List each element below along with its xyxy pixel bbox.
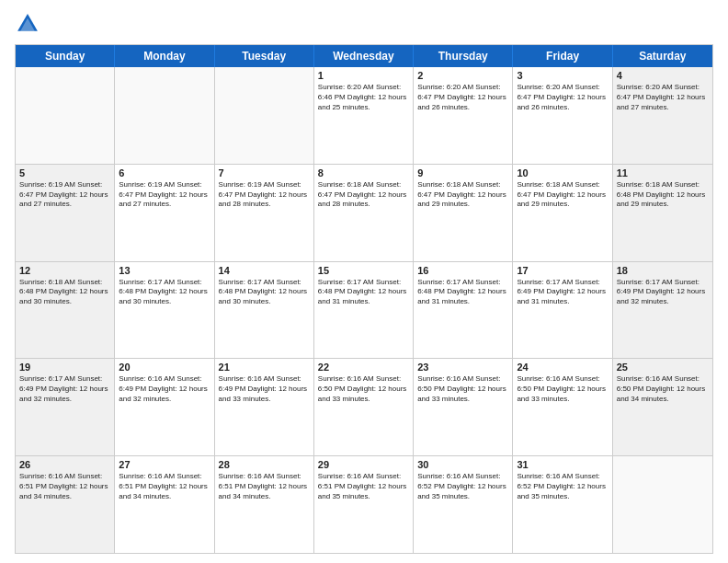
calendar-cell: 28Sunrise: 6:16 AM Sunset: 6:51 PM Dayli… <box>215 456 314 553</box>
day-info: Sunrise: 6:20 AM Sunset: 6:47 PM Dayligh… <box>417 83 508 112</box>
day-number: 4 <box>617 70 709 81</box>
calendar-week: 5Sunrise: 6:19 AM Sunset: 6:47 PM Daylig… <box>16 165 712 262</box>
day-number: 18 <box>617 265 709 276</box>
day-number: 31 <box>517 459 608 470</box>
calendar-cell <box>215 67 314 164</box>
day-info: Sunrise: 6:16 AM Sunset: 6:50 PM Dayligh… <box>318 374 409 404</box>
calendar-cell: 19Sunrise: 6:17 AM Sunset: 6:49 PM Dayli… <box>16 359 115 455</box>
day-info: Sunrise: 6:16 AM Sunset: 6:52 PM Dayligh… <box>417 472 508 501</box>
day-number: 1 <box>318 70 409 81</box>
day-number: 17 <box>517 265 608 276</box>
day-number: 13 <box>119 265 210 276</box>
calendar-cell <box>16 67 115 164</box>
day-info: Sunrise: 6:17 AM Sunset: 6:48 PM Dayligh… <box>219 278 310 307</box>
day-number: 27 <box>119 459 210 470</box>
logo <box>15 11 44 37</box>
calendar-header-cell: Monday <box>115 45 214 67</box>
day-number: 19 <box>19 362 110 373</box>
day-number: 8 <box>318 167 409 178</box>
day-info: Sunrise: 6:16 AM Sunset: 6:50 PM Dayligh… <box>517 374 608 404</box>
day-info: Sunrise: 6:20 AM Sunset: 6:47 PM Dayligh… <box>617 83 709 112</box>
day-number: 9 <box>417 167 508 178</box>
day-info: Sunrise: 6:18 AM Sunset: 6:47 PM Dayligh… <box>517 180 608 210</box>
calendar-cell: 1Sunrise: 6:20 AM Sunset: 6:46 PM Daylig… <box>314 67 414 164</box>
calendar-header-row: SundayMondayTuesdayWednesdayThursdayFrid… <box>16 45 712 67</box>
calendar-header-cell: Wednesday <box>314 45 414 67</box>
day-number: 29 <box>318 459 409 470</box>
calendar-cell: 16Sunrise: 6:17 AM Sunset: 6:48 PM Dayli… <box>414 262 513 359</box>
calendar-cell: 31Sunrise: 6:16 AM Sunset: 6:52 PM Dayli… <box>513 456 612 553</box>
calendar-cell: 3Sunrise: 6:20 AM Sunset: 6:47 PM Daylig… <box>513 67 612 164</box>
calendar-cell <box>115 67 214 164</box>
day-info: Sunrise: 6:18 AM Sunset: 6:48 PM Dayligh… <box>19 278 110 307</box>
day-info: Sunrise: 6:19 AM Sunset: 6:47 PM Dayligh… <box>119 180 210 210</box>
day-number: 10 <box>517 167 608 178</box>
day-number: 11 <box>617 167 709 178</box>
calendar-cell: 6Sunrise: 6:19 AM Sunset: 6:47 PM Daylig… <box>115 165 214 261</box>
day-number: 26 <box>19 459 110 470</box>
day-number: 5 <box>19 167 110 178</box>
day-info: Sunrise: 6:17 AM Sunset: 6:48 PM Dayligh… <box>417 278 508 307</box>
day-number: 23 <box>417 362 508 373</box>
calendar-week: 1Sunrise: 6:20 AM Sunset: 6:46 PM Daylig… <box>16 67 712 165</box>
day-info: Sunrise: 6:16 AM Sunset: 6:51 PM Dayligh… <box>318 472 409 501</box>
day-info: Sunrise: 6:17 AM Sunset: 6:48 PM Dayligh… <box>119 278 210 307</box>
calendar: SundayMondayTuesdayWednesdayThursdayFrid… <box>15 44 713 554</box>
calendar-header-cell: Thursday <box>414 45 513 67</box>
calendar-cell: 17Sunrise: 6:17 AM Sunset: 6:49 PM Dayli… <box>513 262 612 359</box>
day-info: Sunrise: 6:16 AM Sunset: 6:49 PM Dayligh… <box>119 374 210 404</box>
calendar-cell: 22Sunrise: 6:16 AM Sunset: 6:50 PM Dayli… <box>314 359 414 455</box>
day-info: Sunrise: 6:16 AM Sunset: 6:52 PM Dayligh… <box>517 472 608 501</box>
calendar-header-cell: Sunday <box>16 45 115 67</box>
day-info: Sunrise: 6:16 AM Sunset: 6:50 PM Dayligh… <box>417 374 508 404</box>
calendar-body: 1Sunrise: 6:20 AM Sunset: 6:46 PM Daylig… <box>16 67 712 553</box>
day-number: 16 <box>417 265 508 276</box>
calendar-cell: 9Sunrise: 6:18 AM Sunset: 6:47 PM Daylig… <box>414 165 513 261</box>
day-info: Sunrise: 6:18 AM Sunset: 6:47 PM Dayligh… <box>318 180 409 210</box>
day-info: Sunrise: 6:20 AM Sunset: 6:46 PM Dayligh… <box>318 83 409 112</box>
calendar-cell: 21Sunrise: 6:16 AM Sunset: 6:49 PM Dayli… <box>215 359 314 455</box>
day-number: 6 <box>119 167 210 178</box>
day-info: Sunrise: 6:17 AM Sunset: 6:49 PM Dayligh… <box>19 374 110 404</box>
day-info: Sunrise: 6:16 AM Sunset: 6:51 PM Dayligh… <box>19 472 110 501</box>
day-info: Sunrise: 6:18 AM Sunset: 6:47 PM Dayligh… <box>417 180 508 210</box>
calendar-cell: 7Sunrise: 6:19 AM Sunset: 6:47 PM Daylig… <box>215 165 314 261</box>
day-number: 30 <box>417 459 508 470</box>
calendar-cell <box>613 456 712 553</box>
calendar-cell: 2Sunrise: 6:20 AM Sunset: 6:47 PM Daylig… <box>414 67 513 164</box>
day-number: 3 <box>517 70 608 81</box>
calendar-cell: 10Sunrise: 6:18 AM Sunset: 6:47 PM Dayli… <box>513 165 612 261</box>
day-number: 28 <box>219 459 310 470</box>
day-number: 24 <box>517 362 608 373</box>
day-info: Sunrise: 6:19 AM Sunset: 6:47 PM Dayligh… <box>219 180 310 210</box>
calendar-cell: 20Sunrise: 6:16 AM Sunset: 6:49 PM Dayli… <box>115 359 214 455</box>
calendar-cell: 8Sunrise: 6:18 AM Sunset: 6:47 PM Daylig… <box>314 165 414 261</box>
day-info: Sunrise: 6:16 AM Sunset: 6:50 PM Dayligh… <box>617 374 709 404</box>
day-info: Sunrise: 6:18 AM Sunset: 6:48 PM Dayligh… <box>617 180 709 210</box>
day-number: 14 <box>219 265 310 276</box>
day-number: 12 <box>19 265 110 276</box>
day-info: Sunrise: 6:19 AM Sunset: 6:47 PM Dayligh… <box>19 180 110 210</box>
calendar-week: 19Sunrise: 6:17 AM Sunset: 6:49 PM Dayli… <box>16 359 712 456</box>
day-info: Sunrise: 6:16 AM Sunset: 6:49 PM Dayligh… <box>219 374 310 404</box>
calendar-cell: 12Sunrise: 6:18 AM Sunset: 6:48 PM Dayli… <box>16 262 115 359</box>
day-number: 21 <box>219 362 310 373</box>
calendar-cell: 18Sunrise: 6:17 AM Sunset: 6:49 PM Dayli… <box>613 262 712 359</box>
calendar-header-cell: Friday <box>513 45 612 67</box>
page: SundayMondayTuesdayWednesdayThursdayFrid… <box>0 0 728 563</box>
day-number: 20 <box>119 362 210 373</box>
calendar-week: 12Sunrise: 6:18 AM Sunset: 6:48 PM Dayli… <box>16 262 712 360</box>
day-info: Sunrise: 6:17 AM Sunset: 6:48 PM Dayligh… <box>318 278 409 307</box>
calendar-week: 26Sunrise: 6:16 AM Sunset: 6:51 PM Dayli… <box>16 456 712 553</box>
calendar-header-cell: Tuesday <box>215 45 314 67</box>
calendar-cell: 26Sunrise: 6:16 AM Sunset: 6:51 PM Dayli… <box>16 456 115 553</box>
logo-icon <box>15 11 40 37</box>
calendar-cell: 15Sunrise: 6:17 AM Sunset: 6:48 PM Dayli… <box>314 262 414 359</box>
day-number: 2 <box>417 70 508 81</box>
day-info: Sunrise: 6:16 AM Sunset: 6:51 PM Dayligh… <box>219 472 310 501</box>
day-info: Sunrise: 6:17 AM Sunset: 6:49 PM Dayligh… <box>517 278 608 307</box>
calendar-cell: 29Sunrise: 6:16 AM Sunset: 6:51 PM Dayli… <box>314 456 414 553</box>
day-info: Sunrise: 6:17 AM Sunset: 6:49 PM Dayligh… <box>617 278 709 307</box>
calendar-cell: 5Sunrise: 6:19 AM Sunset: 6:47 PM Daylig… <box>16 165 115 261</box>
calendar-cell: 23Sunrise: 6:16 AM Sunset: 6:50 PM Dayli… <box>414 359 513 455</box>
